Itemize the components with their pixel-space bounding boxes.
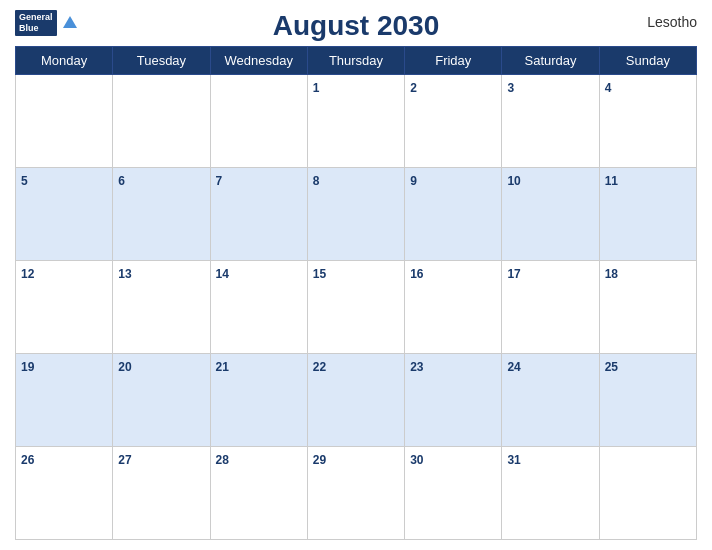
day-number: 20	[118, 360, 131, 374]
calendar-day-cell: 17	[502, 261, 599, 354]
calendar-day-cell: 24	[502, 354, 599, 447]
page-title: August 2030	[273, 10, 440, 42]
calendar-day-cell	[113, 75, 210, 168]
calendar-day-cell: 4	[599, 75, 696, 168]
day-number: 19	[21, 360, 34, 374]
calendar-day-cell: 12	[16, 261, 113, 354]
calendar-day-cell: 18	[599, 261, 696, 354]
day-number: 27	[118, 453, 131, 467]
calendar-day-cell: 21	[210, 354, 307, 447]
logo-box: General Blue	[15, 10, 57, 36]
day-number: 30	[410, 453, 423, 467]
weekday-header-row: MondayTuesdayWednesdayThursdayFridaySatu…	[16, 47, 697, 75]
day-number: 9	[410, 174, 417, 188]
calendar-day-cell: 5	[16, 168, 113, 261]
calendar-week-row: 262728293031	[16, 447, 697, 540]
weekday-header: Wednesday	[210, 47, 307, 75]
day-number: 6	[118, 174, 125, 188]
calendar-day-cell	[210, 75, 307, 168]
calendar-day-cell: 6	[113, 168, 210, 261]
day-number: 11	[605, 174, 618, 188]
calendar-day-cell: 2	[405, 75, 502, 168]
weekday-header: Sunday	[599, 47, 696, 75]
day-number: 3	[507, 81, 514, 95]
logo-icon	[61, 14, 79, 32]
calendar-day-cell: 9	[405, 168, 502, 261]
day-number: 23	[410, 360, 423, 374]
calendar-week-row: 1234	[16, 75, 697, 168]
calendar-day-cell: 1	[307, 75, 404, 168]
day-number: 1	[313, 81, 320, 95]
calendar-week-row: 12131415161718	[16, 261, 697, 354]
day-number: 4	[605, 81, 612, 95]
day-number: 24	[507, 360, 520, 374]
weekday-header: Saturday	[502, 47, 599, 75]
calendar-day-cell	[599, 447, 696, 540]
day-number: 13	[118, 267, 131, 281]
calendar-week-row: 567891011	[16, 168, 697, 261]
calendar-day-cell: 8	[307, 168, 404, 261]
calendar-day-cell: 7	[210, 168, 307, 261]
calendar-day-cell: 29	[307, 447, 404, 540]
calendar-day-cell: 31	[502, 447, 599, 540]
day-number: 28	[216, 453, 229, 467]
calendar-day-cell: 15	[307, 261, 404, 354]
day-number: 22	[313, 360, 326, 374]
calendar-day-cell: 14	[210, 261, 307, 354]
calendar-day-cell: 16	[405, 261, 502, 354]
weekday-header: Monday	[16, 47, 113, 75]
day-number: 17	[507, 267, 520, 281]
calendar-header: General Blue August 2030 Lesotho	[15, 10, 697, 42]
day-number: 2	[410, 81, 417, 95]
logo: General Blue	[15, 10, 79, 36]
calendar-table: MondayTuesdayWednesdayThursdayFridaySatu…	[15, 46, 697, 540]
calendar-day-cell: 3	[502, 75, 599, 168]
calendar-week-row: 19202122232425	[16, 354, 697, 447]
calendar-day-cell: 11	[599, 168, 696, 261]
calendar-day-cell: 28	[210, 447, 307, 540]
day-number: 12	[21, 267, 34, 281]
calendar-day-cell: 27	[113, 447, 210, 540]
day-number: 15	[313, 267, 326, 281]
day-number: 5	[21, 174, 28, 188]
svg-marker-0	[63, 16, 77, 28]
day-number: 10	[507, 174, 520, 188]
day-number: 25	[605, 360, 618, 374]
calendar-day-cell: 26	[16, 447, 113, 540]
day-number: 7	[216, 174, 223, 188]
calendar-day-cell: 20	[113, 354, 210, 447]
day-number: 31	[507, 453, 520, 467]
calendar-day-cell: 23	[405, 354, 502, 447]
calendar-day-cell: 19	[16, 354, 113, 447]
calendar-day-cell: 22	[307, 354, 404, 447]
country-label: Lesotho	[647, 14, 697, 30]
day-number: 21	[216, 360, 229, 374]
day-number: 16	[410, 267, 423, 281]
day-number: 29	[313, 453, 326, 467]
day-number: 14	[216, 267, 229, 281]
calendar-day-cell: 25	[599, 354, 696, 447]
day-number: 26	[21, 453, 34, 467]
calendar-day-cell: 10	[502, 168, 599, 261]
logo-line2: Blue	[19, 23, 53, 34]
weekday-header: Friday	[405, 47, 502, 75]
calendar-day-cell: 13	[113, 261, 210, 354]
calendar-day-cell: 30	[405, 447, 502, 540]
weekday-header: Tuesday	[113, 47, 210, 75]
day-number: 18	[605, 267, 618, 281]
logo-line1: General	[19, 12, 53, 23]
weekday-header: Thursday	[307, 47, 404, 75]
day-number: 8	[313, 174, 320, 188]
calendar-day-cell	[16, 75, 113, 168]
